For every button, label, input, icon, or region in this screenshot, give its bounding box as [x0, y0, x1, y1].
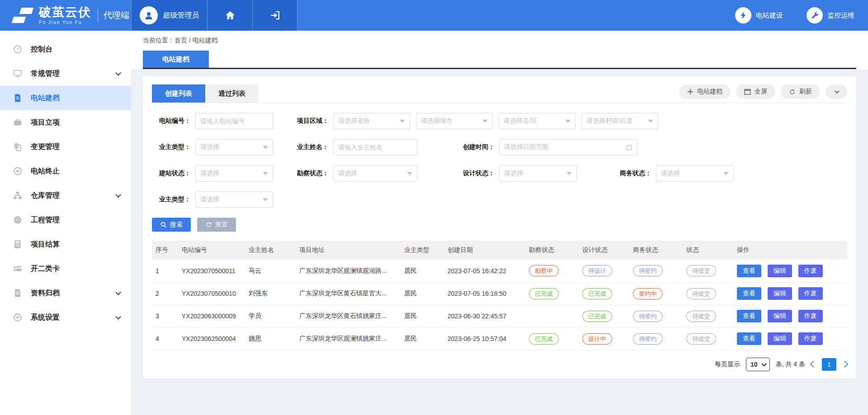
- document-icon: [13, 93, 23, 103]
- stations-table: 序号 电站编号 业主姓名 项目地址 业主类型 创建日期 勘察状态 设计状态 商务…: [152, 241, 847, 350]
- fullscreen-button[interactable]: 全屏: [736, 84, 775, 99]
- edit-button[interactable]: 编辑: [768, 310, 792, 322]
- gauge-icon: [13, 44, 23, 54]
- sidebar-item-station-archive[interactable]: 电站建档: [0, 86, 131, 110]
- prev-page-button[interactable]: [810, 361, 817, 368]
- page-tab-station-archive[interactable]: 电站建档: [143, 51, 209, 68]
- next-page-button[interactable]: [841, 361, 849, 368]
- business-status-badge: 待签约: [633, 311, 663, 322]
- county-select[interactable]: 请选择县/区: [499, 113, 576, 129]
- page-size-select[interactable]: 10: [746, 358, 770, 371]
- owner-type-select[interactable]: 请选择: [195, 139, 273, 155]
- create-station-button[interactable]: 电站建档: [679, 84, 731, 99]
- refresh-button[interactable]: 刷新: [781, 84, 820, 99]
- status-badge: 待提交: [686, 265, 716, 276]
- survey-status-badge: 已完成: [529, 333, 559, 345]
- monitor-icon: [13, 69, 23, 79]
- chevron-down-icon: [115, 314, 121, 320]
- fullscreen-icon: [744, 89, 751, 95]
- void-button[interactable]: 作废: [798, 332, 823, 345]
- survey-status-select[interactable]: 请选择: [333, 165, 417, 182]
- sidebar-item-engineering-mgmt[interactable]: 工程管理: [0, 208, 131, 232]
- chevron-down-icon: [400, 120, 405, 123]
- home-button[interactable]: [207, 0, 252, 31]
- reset-button[interactable]: 重置: [197, 218, 236, 232]
- void-button[interactable]: 作废: [798, 310, 823, 322]
- brand-divider: [98, 9, 98, 22]
- edit-button[interactable]: 编辑: [768, 265, 792, 277]
- brand: 破茧云伏 Po Jian Yun Fu 代理端: [0, 0, 131, 31]
- sidebar-item-change-mgmt[interactable]: 变更管理: [0, 135, 131, 159]
- status-badge: 待提交: [686, 288, 716, 299]
- status-badge: 待提交: [686, 333, 716, 345]
- edit-button[interactable]: 编辑: [768, 332, 792, 345]
- table-row: 4 YX2023062500004 姚思 广东深圳龙华区观澜镇姚家庄... 居民…: [152, 327, 847, 350]
- current-page-button[interactable]: 1: [822, 358, 836, 371]
- town-select[interactable]: 请选择村镇/街道: [581, 113, 658, 129]
- sidebar-item-warehouse-mgmt[interactable]: 仓库管理: [0, 183, 131, 208]
- briefcase-icon: [13, 117, 23, 127]
- view-button[interactable]: 查看: [737, 287, 761, 300]
- logout-button[interactable]: [252, 0, 297, 31]
- build-status-select[interactable]: 请选择: [195, 165, 273, 182]
- view-button[interactable]: 查看: [737, 310, 761, 322]
- design-status-badge: 已完成: [582, 288, 612, 299]
- page-header: 当前位置： 首页 / 电站建档 电站建档: [131, 31, 868, 69]
- sidebar-item-station-terminate[interactable]: 电站终止: [0, 159, 131, 183]
- total-count-label: 条, 共 4 条: [776, 360, 805, 368]
- void-button[interactable]: 作废: [798, 287, 823, 300]
- portal-label: 代理端: [104, 9, 129, 21]
- sidebar-item-data-archive[interactable]: 资料归档: [0, 281, 131, 305]
- view-button[interactable]: 查看: [737, 332, 761, 345]
- tab-passed-list[interactable]: 通过列表: [205, 84, 259, 103]
- top-bar: 破茧云伏 Po Jian Yun Fu 代理端 超级管理员 电站建设: [0, 0, 868, 31]
- wrench-icon: [807, 7, 823, 23]
- pagination: 每页显示 10 条, 共 4 条 1: [152, 358, 847, 371]
- sidebar-item-general-mgmt[interactable]: 常规管理: [0, 61, 131, 86]
- view-button[interactable]: 查看: [737, 265, 761, 277]
- collapse-button[interactable]: [826, 84, 847, 99]
- breadcrumb: 当前位置： 首页 / 电站建档: [143, 31, 856, 51]
- sidebar-item-system-settings[interactable]: 系统设置: [0, 305, 131, 330]
- void-button[interactable]: 作废: [798, 265, 823, 277]
- reset-icon: [205, 221, 212, 228]
- chevron-down-icon: [566, 172, 572, 175]
- city-select[interactable]: 请选择城市: [416, 113, 493, 129]
- chevron-down-icon: [648, 120, 653, 123]
- create-time-range-picker[interactable]: 请选择日期范围: [499, 139, 637, 155]
- calendar-icon: [626, 144, 632, 151]
- sidebar-item-console[interactable]: 控制台: [0, 37, 131, 61]
- owner-type2-select[interactable]: 请选择: [195, 191, 273, 208]
- chevron-down-icon: [263, 172, 268, 175]
- tab-create-list[interactable]: 创建列表: [152, 84, 205, 103]
- panel-card: 创建列表 通过列表 电站建档 全屏 刷新: [143, 76, 856, 378]
- brand-name: 破茧云伏: [39, 6, 91, 19]
- design-status-select[interactable]: 请选择: [499, 165, 577, 182]
- dashboard-icon: [13, 215, 23, 225]
- chevron-down-icon: [115, 289, 121, 295]
- table-row: 2 YX2023070500010 刘强东 广东深圳龙华区黄石镇星官大... 居…: [152, 282, 847, 305]
- search-button[interactable]: 搜索: [152, 218, 191, 232]
- user-name: 超级管理员: [163, 11, 199, 20]
- lightning-icon: [735, 7, 751, 23]
- brand-pinyin: Po Jian Yun Fu: [39, 20, 91, 25]
- search-icon: [160, 221, 167, 228]
- province-select[interactable]: 请选择省份: [333, 113, 410, 129]
- target-icon: [13, 166, 23, 176]
- sidebar-item-project-initiation[interactable]: 项目立项: [0, 110, 131, 135]
- business-status-select[interactable]: 请选择: [656, 165, 734, 182]
- owner-name-input[interactable]: [333, 139, 417, 155]
- shortcut-monitor-ops[interactable]: 监控运维: [807, 7, 854, 23]
- per-page-label: 每页显示: [715, 360, 740, 368]
- survey-status-badge: 勘察中: [529, 265, 559, 276]
- user-menu[interactable]: 超级管理员: [131, 0, 207, 31]
- calculator-icon: [13, 239, 23, 249]
- filter-form: 电站编号： 项目区域： 请选择省份 请选择城市 请选择县/区 请选择村镇/街道: [152, 103, 847, 208]
- edit-button[interactable]: 编辑: [768, 287, 792, 300]
- shortcut-station-build[interactable]: 电站建设: [735, 7, 783, 23]
- chevron-down-icon: [482, 120, 488, 123]
- sidebar-item-open-card[interactable]: 开二类卡: [0, 256, 131, 281]
- table-row: 1 YX2023070500011 马云 广东深圳龙华区观澜镇观湖路... 居民…: [152, 260, 847, 282]
- sidebar-item-project-settlement[interactable]: 项目结算: [0, 232, 131, 256]
- station-code-input[interactable]: [195, 113, 273, 129]
